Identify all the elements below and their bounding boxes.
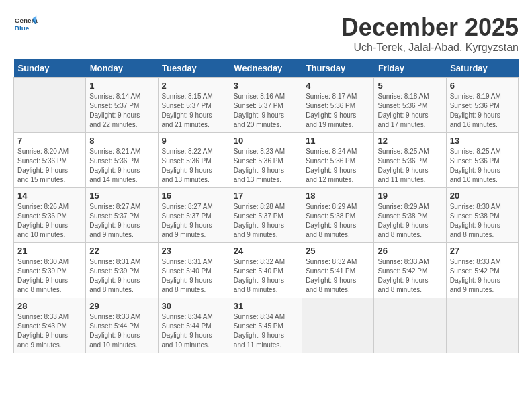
header-day-wednesday: Wednesday — [230, 59, 302, 78]
day-info: Sunrise: 8:24 AM Sunset: 5:36 PM Dayligh… — [306, 147, 370, 185]
calendar-cell: 1Sunrise: 8:14 AM Sunset: 5:37 PM Daylig… — [86, 78, 158, 133]
day-number: 23 — [162, 246, 226, 256]
day-number: 12 — [378, 136, 442, 146]
calendar-cell: 12Sunrise: 8:25 AM Sunset: 5:36 PM Dayli… — [374, 133, 446, 188]
day-number: 1 — [89, 81, 154, 91]
calendar-week-1: 1Sunrise: 8:14 AM Sunset: 5:37 PM Daylig… — [14, 78, 519, 133]
calendar-cell: 27Sunrise: 8:33 AM Sunset: 5:42 PM Dayli… — [446, 243, 518, 298]
day-number: 10 — [234, 136, 298, 146]
calendar-cell: 20Sunrise: 8:30 AM Sunset: 5:38 PM Dayli… — [446, 188, 518, 243]
day-info: Sunrise: 8:33 AM Sunset: 5:43 PM Dayligh… — [17, 312, 82, 350]
day-info: Sunrise: 8:34 AM Sunset: 5:45 PM Dayligh… — [234, 312, 298, 350]
day-info: Sunrise: 8:17 AM Sunset: 5:36 PM Dayligh… — [306, 92, 370, 130]
calendar-cell — [374, 298, 446, 353]
calendar-week-5: 28Sunrise: 8:33 AM Sunset: 5:43 PM Dayli… — [14, 298, 519, 353]
day-info: Sunrise: 8:33 AM Sunset: 5:42 PM Dayligh… — [378, 257, 442, 295]
day-info: Sunrise: 8:26 AM Sunset: 5:36 PM Dayligh… — [17, 202, 82, 240]
calendar-cell: 21Sunrise: 8:30 AM Sunset: 5:39 PM Dayli… — [14, 243, 86, 298]
page-header: General Blue December 2025 Uch-Terek, Ja… — [13, 13, 519, 54]
day-info: Sunrise: 8:16 AM Sunset: 5:37 PM Dayligh… — [234, 92, 298, 130]
title-section: December 2025 Uch-Terek, Jalal-Abad, Kyr… — [341, 13, 519, 54]
calendar-cell: 10Sunrise: 8:23 AM Sunset: 5:36 PM Dayli… — [230, 133, 302, 188]
day-info: Sunrise: 8:30 AM Sunset: 5:39 PM Dayligh… — [17, 257, 82, 295]
day-number: 22 — [89, 246, 154, 256]
location: Uch-Terek, Jalal-Abad, Kyrgyzstan — [341, 42, 519, 54]
calendar-cell: 7Sunrise: 8:20 AM Sunset: 5:36 PM Daylig… — [14, 133, 86, 188]
day-number: 4 — [306, 81, 370, 91]
day-info: Sunrise: 8:31 AM Sunset: 5:39 PM Dayligh… — [89, 257, 154, 295]
calendar-cell: 6Sunrise: 8:19 AM Sunset: 5:36 PM Daylig… — [446, 78, 518, 133]
header-day-sunday: Sunday — [14, 59, 86, 78]
calendar-header-row: SundayMondayTuesdayWednesdayThursdayFrid… — [14, 59, 519, 78]
day-number: 24 — [234, 246, 298, 256]
day-info: Sunrise: 8:29 AM Sunset: 5:38 PM Dayligh… — [378, 202, 442, 240]
day-number: 30 — [162, 301, 226, 311]
calendar-week-4: 21Sunrise: 8:30 AM Sunset: 5:39 PM Dayli… — [14, 243, 519, 298]
day-info: Sunrise: 8:19 AM Sunset: 5:36 PM Dayligh… — [450, 92, 515, 130]
calendar-cell: 24Sunrise: 8:32 AM Sunset: 5:40 PM Dayli… — [230, 243, 302, 298]
header-day-friday: Friday — [374, 59, 446, 78]
day-info: Sunrise: 8:32 AM Sunset: 5:41 PM Dayligh… — [306, 257, 370, 295]
day-number: 2 — [162, 81, 226, 91]
calendar-cell: 29Sunrise: 8:33 AM Sunset: 5:44 PM Dayli… — [86, 298, 158, 353]
calendar-cell: 14Sunrise: 8:26 AM Sunset: 5:36 PM Dayli… — [14, 188, 86, 243]
day-info: Sunrise: 8:28 AM Sunset: 5:37 PM Dayligh… — [234, 202, 298, 240]
day-number: 8 — [89, 136, 154, 146]
day-number: 20 — [450, 191, 515, 201]
day-info: Sunrise: 8:27 AM Sunset: 5:37 PM Dayligh… — [89, 202, 154, 240]
calendar-cell: 17Sunrise: 8:28 AM Sunset: 5:37 PM Dayli… — [230, 188, 302, 243]
calendar-cell: 3Sunrise: 8:16 AM Sunset: 5:37 PM Daylig… — [230, 78, 302, 133]
calendar-cell: 9Sunrise: 8:22 AM Sunset: 5:36 PM Daylig… — [158, 133, 230, 188]
calendar-cell — [302, 298, 374, 353]
day-info: Sunrise: 8:14 AM Sunset: 5:37 PM Dayligh… — [89, 92, 154, 130]
day-number: 31 — [234, 301, 298, 311]
calendar-table: SundayMondayTuesdayWednesdayThursdayFrid… — [13, 59, 519, 353]
day-number: 7 — [17, 136, 82, 146]
calendar-cell: 16Sunrise: 8:27 AM Sunset: 5:37 PM Dayli… — [158, 188, 230, 243]
day-info: Sunrise: 8:30 AM Sunset: 5:38 PM Dayligh… — [450, 202, 515, 240]
svg-text:Blue: Blue — [15, 24, 30, 32]
calendar-cell: 23Sunrise: 8:31 AM Sunset: 5:40 PM Dayli… — [158, 243, 230, 298]
calendar-cell: 22Sunrise: 8:31 AM Sunset: 5:39 PM Dayli… — [86, 243, 158, 298]
calendar-cell: 5Sunrise: 8:18 AM Sunset: 5:36 PM Daylig… — [374, 78, 446, 133]
day-info: Sunrise: 8:22 AM Sunset: 5:36 PM Dayligh… — [162, 147, 226, 185]
day-info: Sunrise: 8:33 AM Sunset: 5:44 PM Dayligh… — [89, 312, 154, 350]
day-number: 28 — [17, 301, 82, 311]
day-number: 9 — [162, 136, 226, 146]
day-info: Sunrise: 8:21 AM Sunset: 5:36 PM Dayligh… — [89, 147, 154, 185]
day-info: Sunrise: 8:29 AM Sunset: 5:38 PM Dayligh… — [306, 202, 370, 240]
header-day-saturday: Saturday — [446, 59, 518, 78]
day-number: 6 — [450, 81, 515, 91]
calendar-cell: 13Sunrise: 8:25 AM Sunset: 5:36 PM Dayli… — [446, 133, 518, 188]
day-number: 21 — [17, 246, 82, 256]
day-info: Sunrise: 8:31 AM Sunset: 5:40 PM Dayligh… — [162, 257, 226, 295]
calendar-cell: 15Sunrise: 8:27 AM Sunset: 5:37 PM Dayli… — [86, 188, 158, 243]
day-info: Sunrise: 8:25 AM Sunset: 5:36 PM Dayligh… — [378, 147, 442, 185]
day-info: Sunrise: 8:27 AM Sunset: 5:37 PM Dayligh… — [162, 202, 226, 240]
day-number: 11 — [306, 136, 370, 146]
month-title: December 2025 — [341, 13, 519, 42]
calendar-cell: 8Sunrise: 8:21 AM Sunset: 5:36 PM Daylig… — [86, 133, 158, 188]
day-number: 14 — [17, 191, 82, 201]
day-info: Sunrise: 8:25 AM Sunset: 5:36 PM Dayligh… — [450, 147, 515, 185]
logo-icon: General Blue — [13, 13, 38, 38]
day-number: 17 — [234, 191, 298, 201]
day-number: 18 — [306, 191, 370, 201]
day-number: 13 — [450, 136, 515, 146]
calendar-cell: 31Sunrise: 8:34 AM Sunset: 5:45 PM Dayli… — [230, 298, 302, 353]
calendar-cell: 30Sunrise: 8:34 AM Sunset: 5:44 PM Dayli… — [158, 298, 230, 353]
day-info: Sunrise: 8:15 AM Sunset: 5:37 PM Dayligh… — [162, 92, 226, 130]
day-number: 15 — [89, 191, 154, 201]
header-day-monday: Monday — [86, 59, 158, 78]
calendar-cell: 19Sunrise: 8:29 AM Sunset: 5:38 PM Dayli… — [374, 188, 446, 243]
calendar-cell: 25Sunrise: 8:32 AM Sunset: 5:41 PM Dayli… — [302, 243, 374, 298]
day-info: Sunrise: 8:23 AM Sunset: 5:36 PM Dayligh… — [234, 147, 298, 185]
header-day-thursday: Thursday — [302, 59, 374, 78]
day-number: 3 — [234, 81, 298, 91]
calendar-cell — [14, 78, 86, 133]
day-info: Sunrise: 8:32 AM Sunset: 5:40 PM Dayligh… — [234, 257, 298, 295]
calendar-cell: 2Sunrise: 8:15 AM Sunset: 5:37 PM Daylig… — [158, 78, 230, 133]
day-number: 5 — [378, 81, 442, 91]
day-info: Sunrise: 8:33 AM Sunset: 5:42 PM Dayligh… — [450, 257, 515, 295]
day-number: 29 — [89, 301, 154, 311]
